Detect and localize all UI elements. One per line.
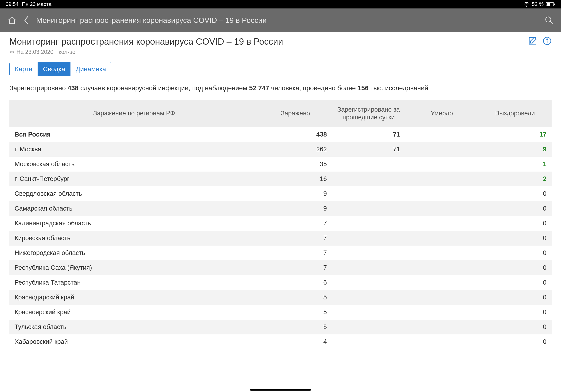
table-row[interactable]: Нижегородская область70 xyxy=(9,246,552,260)
cell-last24 xyxy=(332,275,405,290)
cell-deaths xyxy=(405,290,479,305)
cell-recovered: 0 xyxy=(478,305,552,320)
th-deaths[interactable]: Умерло xyxy=(405,100,479,127)
summary-v3: 156 xyxy=(357,84,369,92)
table-total-row[interactable]: Вся Россия4387117 xyxy=(9,127,552,142)
status-date: Пн 23 марта xyxy=(22,1,52,7)
table-row[interactable]: Тульская область50 xyxy=(9,320,552,334)
cell-recovered: 0 xyxy=(478,260,552,275)
summary-t1: Зарегистрировано xyxy=(9,84,66,92)
cell-recovered: 0 xyxy=(478,320,552,334)
cell-recovered: 0 xyxy=(478,231,552,246)
cell-recovered: 0 xyxy=(478,334,552,349)
cell-region: Кировская область xyxy=(9,231,259,246)
cell-region: Республика Саха (Якутия) xyxy=(9,260,259,275)
summary-t3: человека, проведено более xyxy=(271,84,356,92)
cell-last24 xyxy=(332,172,405,186)
cell-region: Свердловская область xyxy=(9,186,259,201)
table-row[interactable]: Республика Саха (Якутия)70 xyxy=(9,260,552,275)
cell-last24 xyxy=(332,216,405,231)
battery-icon xyxy=(546,2,555,7)
cell-region: Хабаровский край xyxy=(9,334,259,349)
home-indicator[interactable] xyxy=(250,389,311,391)
th-region[interactable]: Заражение по регионам РФ xyxy=(9,100,259,127)
summary-v1: 438 xyxy=(68,84,79,92)
cell-infected: 7 xyxy=(259,260,332,275)
cell-region: Вся Россия xyxy=(9,127,259,142)
tab-dynamics[interactable]: Динамика xyxy=(70,62,111,76)
cell-deaths xyxy=(405,334,479,349)
table-body: Вся Россия4387117г. Москва262719Московск… xyxy=(9,127,552,349)
cell-infected: 5 xyxy=(259,305,332,320)
table-row[interactable]: Калининградская область70 xyxy=(9,216,552,231)
table-header-row: Заражение по регионам РФ Заражено Зареги… xyxy=(9,100,552,127)
table-row[interactable]: Краснодарский край50 xyxy=(9,290,552,305)
cell-deaths xyxy=(405,127,479,142)
svg-rect-3 xyxy=(554,3,555,5)
cell-recovered: 0 xyxy=(478,246,552,260)
cell-region: Краснодарский край xyxy=(9,290,259,305)
summary-t4: тыс. исследований xyxy=(370,84,428,92)
table-row[interactable]: Самарская область90 xyxy=(9,201,552,216)
home-icon[interactable] xyxy=(8,16,16,25)
summary-v2: 52 747 xyxy=(249,84,269,92)
table-row[interactable]: Красноярский край50 xyxy=(9,305,552,320)
page-title: Мониторинг распространения коронавируса … xyxy=(9,37,283,47)
status-left: 09:54 Пн 23 марта xyxy=(6,1,52,7)
info-icon[interactable] xyxy=(543,36,552,46)
tabs: Карта Сводка Динамика xyxy=(9,62,111,76)
broadcast-icon xyxy=(9,49,15,54)
cell-last24: 71 xyxy=(332,127,405,142)
table-row[interactable]: Республика Татарстан60 xyxy=(9,275,552,290)
cell-infected: 438 xyxy=(259,127,332,142)
table-row[interactable]: г. Москва262719 xyxy=(9,142,552,157)
table-row[interactable]: Свердловская область90 xyxy=(9,186,552,201)
table-row[interactable]: Кировская область70 xyxy=(9,231,552,246)
cell-recovered: 1 xyxy=(478,157,552,172)
table-row[interactable]: Хабаровский край40 xyxy=(9,334,552,349)
tab-summary[interactable]: Сводка xyxy=(38,62,71,76)
table-row[interactable]: Московская область351 xyxy=(9,157,552,172)
cell-recovered: 0 xyxy=(478,275,552,290)
cell-infected: 9 xyxy=(259,201,332,216)
cell-region: г. Москва xyxy=(9,142,259,157)
cell-infected: 5 xyxy=(259,290,332,305)
cell-infected: 7 xyxy=(259,231,332,246)
status-bar: 09:54 Пн 23 марта 52 % xyxy=(0,0,561,9)
status-right: 52 % xyxy=(523,1,555,7)
subtitle-sep: | xyxy=(55,49,57,55)
wifi-icon xyxy=(523,2,529,7)
cell-deaths xyxy=(405,320,479,334)
cell-infected: 35 xyxy=(259,157,332,172)
cell-deaths xyxy=(405,201,479,216)
cell-deaths xyxy=(405,216,479,231)
cell-infected: 7 xyxy=(259,246,332,260)
cell-region: Московская область xyxy=(9,157,259,172)
content-area: Мониторинг распространения коронавируса … xyxy=(0,32,561,349)
summary-text: Зарегистрировано 438 случаев коронавирус… xyxy=(9,83,552,93)
regions-table: Заражение по регионам РФ Заражено Зареги… xyxy=(9,100,552,349)
cell-recovered: 2 xyxy=(478,172,552,186)
tab-map[interactable]: Карта xyxy=(10,62,38,76)
cell-last24 xyxy=(332,201,405,216)
cell-infected: 16 xyxy=(259,172,332,186)
cell-infected: 9 xyxy=(259,186,332,201)
subtitle-date: На 23.03.2020 xyxy=(16,49,53,55)
cell-region: Самарская область xyxy=(9,201,259,216)
edit-icon[interactable] xyxy=(528,36,537,46)
status-time: 09:54 xyxy=(6,1,19,7)
cell-region: Красноярский край xyxy=(9,305,259,320)
back-icon[interactable] xyxy=(23,16,30,25)
cell-region: г. Санкт-Петербург xyxy=(9,172,259,186)
search-icon[interactable] xyxy=(545,16,553,25)
svg-point-8 xyxy=(547,39,548,40)
svg-rect-2 xyxy=(547,3,550,6)
cell-recovered: 0 xyxy=(478,216,552,231)
th-recovered[interactable]: Выздоровели xyxy=(478,100,552,127)
cell-recovered: 9 xyxy=(478,142,552,157)
th-infected[interactable]: Заражено xyxy=(259,100,332,127)
th-last24[interactable]: Зарегистрировано за прошедшие сутки xyxy=(332,100,405,127)
cell-deaths xyxy=(405,260,479,275)
cell-deaths xyxy=(405,157,479,172)
table-row[interactable]: г. Санкт-Петербург162 xyxy=(9,172,552,186)
